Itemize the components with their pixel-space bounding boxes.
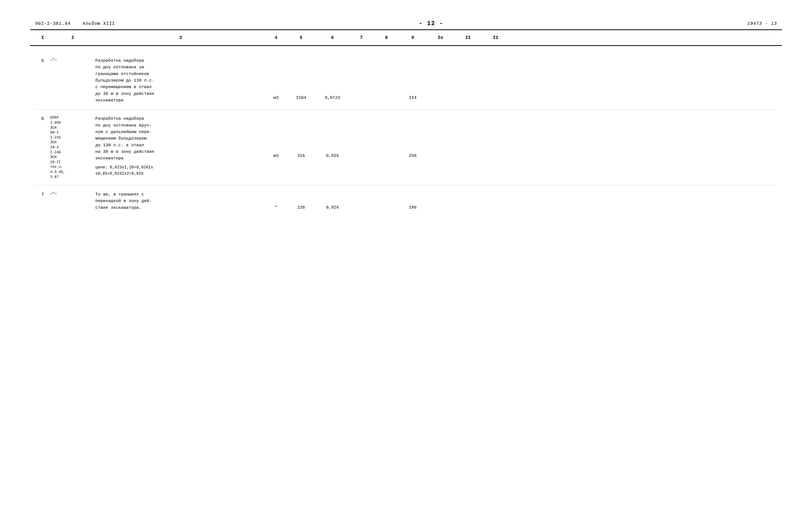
row-col6-5: 0,0723 (316, 57, 349, 101)
row-desc-7: То же, в траншеях с перекидкой в зону де… (95, 191, 266, 211)
row-unit-7: " (266, 191, 286, 211)
col-header-7: 7 (349, 35, 374, 40)
col-header-5: 5 (286, 35, 316, 40)
row-col5-7: 228 (286, 191, 316, 211)
row-desc-6: Разработка недобора по дну котлована вру… (95, 115, 266, 177)
row-ref-7: —"— (50, 191, 95, 196)
row-unit-6: м3 (266, 115, 286, 159)
table-body: 5 —"— Разработка недобора по дну котлова… (30, 48, 782, 216)
row-price-note-6: цена: 0,623хI,20+0,026Iх х0,85+0,023Iх2=… (95, 164, 261, 177)
row-divider-2 (35, 185, 777, 185)
row-col9-7: I86 (399, 191, 426, 211)
col-header-3: 3 (95, 35, 266, 40)
table-row: 5 —"— Разработка недобора по дну котлова… (35, 53, 777, 108)
col-header-6: 6 (316, 35, 349, 40)
col-header-10: Io (426, 35, 454, 40)
column-headers: I 2 3 4 5 6 7 8 9 Io II I2 (30, 32, 782, 43)
row-col5-5: I584 (286, 57, 316, 101)
row-ref-5: —"— (50, 57, 95, 63)
col-header-2: 2 (50, 35, 95, 40)
col-header-1: I (35, 35, 50, 40)
row-num-7: 7 (35, 191, 50, 198)
row-desc-5: Разработка недобора по дну котлована за … (95, 57, 266, 104)
table-row: 6 ЕРЕР I-959 ЭСН 80-I I-233 ЭСН 29-4 I-2… (35, 111, 777, 184)
row-col6-6: 0,8I6 (316, 115, 349, 159)
col-header-4: 4 (266, 35, 286, 40)
page-header: 902-2-381.84 Альбом XIII - 12 - 19473 - … (30, 20, 782, 27)
col-header-12: I2 (482, 35, 509, 40)
col-header-8: 8 (374, 35, 399, 40)
row-divider-1 (35, 109, 777, 110)
row-col5-6: 3I6 (286, 115, 316, 159)
row-unit-5: м3 (266, 57, 286, 101)
row-num-6: 6 (35, 115, 50, 122)
page-number: - 12 - (419, 20, 444, 27)
col-header-9: 9 (399, 35, 426, 40)
table-row: 7 —"— То же, в траншеях с перекидкой в з… (35, 187, 777, 216)
doc-number: 902-2-381.84 Альбом XIII (35, 21, 115, 26)
reference-number: 19473 - 13 (747, 21, 777, 26)
row-col9-5: II4 (399, 57, 426, 101)
row-num-5: 5 (35, 57, 50, 64)
header-divider-thick (30, 30, 782, 30)
col-header-11: II (454, 35, 482, 40)
row-ref-6: ЕРЕР I-959 ЭСН 80-I I-233 ЭСН 29-4 I-240… (50, 115, 95, 179)
row-col9-6: 258 (399, 115, 426, 159)
row-col6-7: 0,8I6 (316, 191, 349, 211)
header-divider-thick2 (30, 45, 782, 46)
